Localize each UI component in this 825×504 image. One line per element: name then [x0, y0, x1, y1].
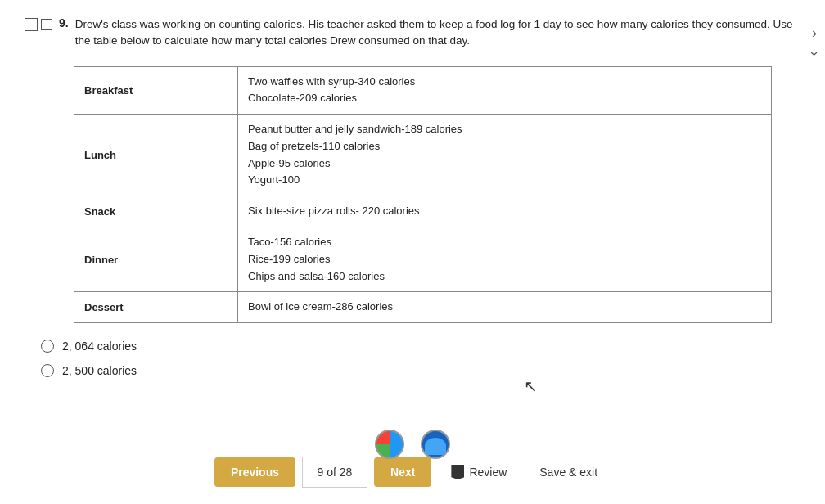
previous-button[interactable]: Previous — [214, 457, 295, 487]
checkbox-inner[interactable] — [41, 19, 52, 30]
meal-dessert: Dessert — [74, 292, 238, 323]
answer-option-b[interactable]: 2, 500 calories — [41, 364, 800, 377]
nav-right-arrow[interactable]: › — [812, 25, 817, 42]
items-dessert: Bowl of ice cream-286 calories — [238, 292, 772, 323]
bottom-icons — [375, 430, 450, 459]
meal-snack: Snack — [74, 196, 238, 227]
meal-breakfast: Breakfast — [74, 66, 238, 115]
nav-down-arrow[interactable]: › — [806, 52, 823, 56]
table-row-snack: Snack Six bite-size pizza rolls- 220 cal… — [74, 196, 772, 227]
highlight-1: 1 — [534, 18, 541, 30]
next-button[interactable]: Next — [374, 457, 431, 487]
chrome-icon[interactable] — [375, 430, 404, 459]
radio-b[interactable] — [41, 364, 54, 377]
answer-option-a[interactable]: 2, 064 calories — [41, 340, 800, 353]
answers-section: 2, 064 calories 2, 500 calories — [41, 340, 800, 377]
question-text: Drew's class was working on counting cal… — [75, 16, 800, 50]
cursor-arrow: ↖ — [524, 376, 538, 396]
answer-text-b: 2, 500 calories — [62, 364, 137, 377]
table-row-dinner: Dinner Taco-156 calories Rice-199 calori… — [74, 227, 772, 292]
checkbox-area — [25, 18, 52, 31]
save-exit-button[interactable]: Save & exit — [526, 457, 611, 487]
meal-dinner: Dinner — [74, 227, 238, 292]
files-icon[interactable] — [421, 430, 450, 459]
food-table: Breakfast Two waffles with syrup-340 cal… — [74, 66, 772, 324]
review-button[interactable]: Review — [438, 457, 520, 488]
items-lunch: Peanut butter and jelly sandwich-189 cal… — [238, 115, 772, 196]
page-indicator: 9 of 28 — [302, 457, 367, 488]
bookmark-icon — [451, 465, 464, 479]
checkbox-outer[interactable] — [25, 18, 38, 31]
table-row-lunch: Lunch Peanut butter and jelly sandwich-1… — [74, 115, 772, 196]
radio-a[interactable] — [41, 340, 54, 353]
meal-lunch: Lunch — [74, 115, 238, 196]
items-dinner: Taco-156 calories Rice-199 calories Chip… — [238, 227, 772, 292]
question-number: 9. — [59, 16, 69, 29]
items-snack: Six bite-size pizza rolls- 220 calories — [238, 196, 772, 227]
question-header: 9. Drew's class was working on counting … — [25, 16, 800, 50]
table-row-breakfast: Breakfast Two waffles with syrup-340 cal… — [74, 66, 772, 115]
page-container: › › 9. Drew's class was working on count… — [0, 0, 825, 504]
table-row-dessert: Dessert Bowl of ice cream-286 calories — [74, 292, 772, 323]
review-label: Review — [469, 466, 507, 479]
items-breakfast: Two waffles with syrup-340 calories Choc… — [238, 66, 772, 115]
answer-text-a: 2, 064 calories — [62, 340, 137, 353]
